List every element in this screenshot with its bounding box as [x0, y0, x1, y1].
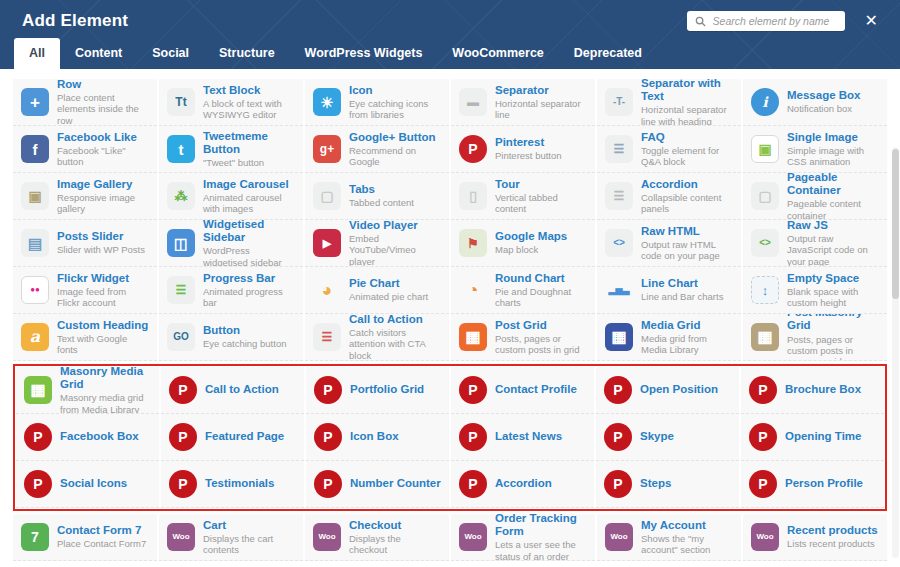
element-card-tour[interactable]: ▯TourVertical tabbed content — [451, 173, 595, 220]
element-card-accordion[interactable]: ☰AccordionCollapsible content panels — [597, 173, 741, 220]
tab-social[interactable]: Social — [137, 38, 204, 69]
map-pin-icon: ⚑ — [459, 229, 487, 257]
element-card-person-profile[interactable]: PPerson Profile — [741, 461, 884, 508]
star-icon: ☀ — [313, 88, 341, 116]
element-title: Pie Chart — [349, 277, 428, 290]
element-card-flickr-widget[interactable]: ●●Flickr WidgetImage feed from Flickr ac… — [13, 267, 157, 314]
element-grid-footer: 7Contact Form 7Place Contact Form7WooCar… — [13, 514, 887, 561]
element-description: Output raw JavaScript code on your page — [787, 233, 879, 267]
element-card-latest-news[interactable]: PLatest News — [451, 414, 594, 461]
element-card-open-position[interactable]: POpen Position — [596, 367, 739, 414]
element-title: Raw JS — [787, 220, 879, 232]
close-button[interactable]: ✕ — [863, 11, 880, 31]
element-card-raw-html[interactable]: <>Raw HTMLOutput raw HTML code on your p… — [597, 220, 741, 267]
post-grid-icon: ▦ — [459, 323, 487, 351]
element-card-widgetised-sidebar[interactable]: ◫Widgetised SidebarWordPress widgetised … — [159, 220, 303, 267]
element-card-social-icons[interactable]: PSocial Icons — [16, 461, 159, 508]
element-card-raw-js[interactable]: <>Raw JSOutput raw JavaScript code on yo… — [743, 220, 887, 267]
element-card-checkout[interactable]: WooCheckoutDisplays the checkout — [305, 514, 449, 561]
element-description: Eye catching icons from libraries — [349, 98, 441, 121]
element-card-masonry-media-grid[interactable]: ▦Masonry Media GridMasonry media grid fr… — [16, 367, 159, 414]
element-card-post-grid[interactable]: ▦Post GridPosts, pages or custom posts i… — [451, 314, 595, 361]
element-card-video-player[interactable]: ▶Video PlayerEmbed YouTube/Vimeo player — [305, 220, 449, 267]
video-camera-icon: ▶ — [313, 229, 341, 257]
element-card-skype[interactable]: PSkype — [596, 414, 739, 461]
element-card-order-tracking-form[interactable]: WooOrder Tracking FormLets a user see th… — [451, 514, 595, 561]
element-card-call-to-action[interactable]: PCall to Action — [161, 367, 304, 414]
element-title: Open Position — [640, 383, 718, 396]
element-description: Line and Bar charts — [641, 291, 723, 302]
element-card-tweetmeme-button[interactable]: tTweetmeme Button"Tweet" button — [159, 126, 303, 173]
element-card-pinterest[interactable]: PPinterestPinterest button — [451, 126, 595, 173]
element-card-featured-page[interactable]: PFeatured Page — [161, 414, 304, 461]
element-card-steps[interactable]: PSteps — [596, 461, 739, 508]
tab-woocommerce[interactable]: WooCommerce — [437, 38, 558, 69]
element-card-round-chart[interactable]: ◔Round ChartPie and Doughnat charts — [451, 267, 595, 314]
element-card-tabs[interactable]: ▢TabsTabbed content — [305, 173, 449, 220]
element-card-pie-chart[interactable]: ◕Pie ChartAnimated pie chart — [305, 267, 449, 314]
element-card-post-masonry-grid[interactable]: ▦Post Masonry GridPosts, pages or custom… — [743, 314, 887, 361]
element-card-text-block[interactable]: TtText BlockA block of text with WYSIWYG… — [159, 79, 303, 126]
element-card-separator[interactable]: ▬SeparatorHorizontal separator line — [451, 79, 595, 126]
tab-structure[interactable]: Structure — [204, 38, 290, 69]
tab-all[interactable]: All — [14, 38, 60, 69]
scrollbar-track[interactable] — [892, 147, 899, 558]
line-chart-icon: ▂▅▃ — [605, 276, 633, 304]
element-card-empty-space[interactable]: ↕Empty SpaceBlank space with custom heig… — [743, 267, 887, 314]
element-title: Empty Space — [787, 272, 879, 285]
element-card-my-account[interactable]: WooMy AccountShows the "my account" sect… — [597, 514, 741, 561]
round-chart-icon: ◔ — [459, 276, 487, 304]
element-card-testimonials[interactable]: PTestimonials — [161, 461, 304, 508]
search-icon — [695, 16, 706, 27]
scrollbar-thumb[interactable] — [892, 149, 899, 299]
element-title: Skype — [640, 430, 674, 443]
element-title: Separator with Text — [641, 79, 733, 103]
element-card-row[interactable]: +RowPlace content elements inside the ro… — [13, 79, 157, 126]
element-card-media-grid[interactable]: ▦Media GridMedia grid from Media Library — [597, 314, 741, 361]
tab-wordpress-widgets[interactable]: WordPress Widgets — [290, 38, 438, 69]
element-title: Button — [203, 324, 286, 337]
element-title: Call to Action — [349, 314, 441, 326]
element-description: Pageable content container — [787, 198, 879, 220]
woocommerce-icon: Woo — [167, 523, 195, 551]
element-card-single-image[interactable]: ▣Single ImageSimple image with CSS anima… — [743, 126, 887, 173]
element-description: Displays the checkout — [349, 533, 441, 556]
element-card-contact-profile[interactable]: PContact Profile — [451, 367, 594, 414]
element-card-faq[interactable]: ☰FAQToggle element for Q&A block — [597, 126, 741, 173]
element-card-progress-bar[interactable]: ☰Progress BarAnimated progress bar — [159, 267, 303, 314]
porto-p-icon: P — [604, 376, 632, 404]
element-card-google-button[interactable]: g+Google+ ButtonRecommend on Google — [305, 126, 449, 173]
element-card-accordion[interactable]: PAccordion — [451, 461, 594, 508]
search-box[interactable] — [687, 11, 845, 31]
tab-content[interactable]: Content — [60, 38, 137, 69]
element-card-separator-with-text[interactable]: -T-Separator with TextHorizontal separat… — [597, 79, 741, 126]
element-card-image-gallery[interactable]: ▣Image GalleryResponsive image gallery — [13, 173, 157, 220]
element-card-custom-heading[interactable]: aCustom HeadingText with Google fonts — [13, 314, 157, 361]
element-card-contact-form-7[interactable]: 7Contact Form 7Place Contact Form7 — [13, 514, 157, 561]
search-input[interactable] — [711, 14, 837, 28]
element-card-brochure-box[interactable]: PBrochure Box — [741, 367, 884, 414]
element-card-recent-products[interactable]: WooRecent productsLists recent products — [743, 514, 887, 561]
element-card-opening-time[interactable]: POpening Time — [741, 414, 884, 461]
element-card-call-to-action[interactable]: ☰Call to ActionCatch visitors attention … — [305, 314, 449, 361]
element-card-google-maps[interactable]: ⚑Google MapsMap block — [451, 220, 595, 267]
element-card-portfolio-grid[interactable]: PPortfolio Grid — [306, 367, 449, 414]
tab-deprecated[interactable]: Deprecated — [559, 38, 657, 69]
element-card-icon-box[interactable]: PIcon Box — [306, 414, 449, 461]
element-description: "Tweet" button — [203, 157, 295, 168]
element-card-line-chart[interactable]: ▂▅▃Line ChartLine and Bar charts — [597, 267, 741, 314]
element-card-facebook-like[interactable]: fFacebook LikeFacebook "Like" button — [13, 126, 157, 173]
element-card-icon[interactable]: ☀IconEye catching icons from libraries — [305, 79, 449, 126]
element-title: Separator — [495, 84, 587, 97]
element-card-button[interactable]: GOButtonEye catching button — [159, 314, 303, 361]
element-description: Vertical tabbed content — [495, 192, 587, 215]
element-card-number-counter[interactable]: PNumber Counter — [306, 461, 449, 508]
element-card-cart[interactable]: WooCartDisplays the cart contents — [159, 514, 303, 561]
element-card-message-box[interactable]: iMessage BoxNotification box — [743, 79, 887, 126]
element-card-facebook-box[interactable]: PFacebook Box — [16, 414, 159, 461]
element-card-pageable-container[interactable]: ▢Pageable ContainerPageable content cont… — [743, 173, 887, 220]
element-card-posts-slider[interactable]: ▤Posts SliderSlider with WP Posts — [13, 220, 157, 267]
element-card-image-carousel[interactable]: ⁂Image CarouselAnimated carousel with im… — [159, 173, 303, 220]
element-title: Google Maps — [495, 230, 567, 243]
element-description: Simple image with CSS animation — [787, 145, 879, 168]
